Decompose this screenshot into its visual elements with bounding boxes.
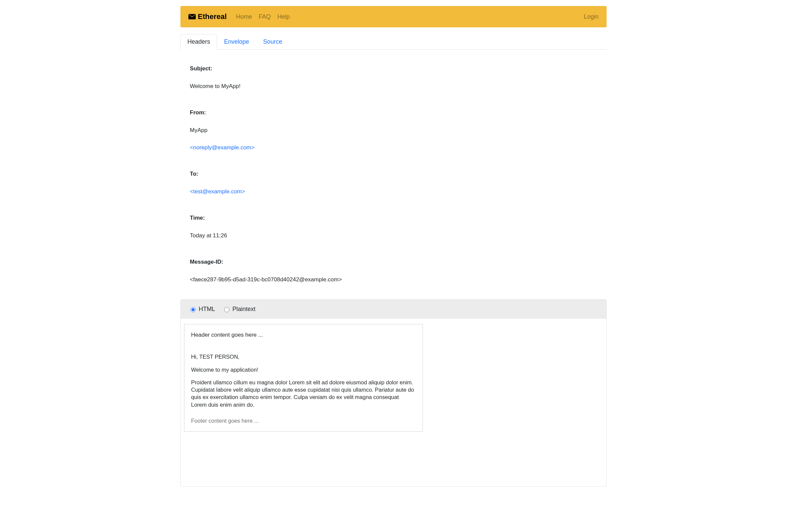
brand-link[interactable]: Ethereal (188, 12, 227, 21)
subject-label: Subject: (190, 65, 212, 72)
from-address[interactable]: <noreply@example.com> (190, 144, 254, 151)
view-html-option[interactable]: HTML (189, 306, 215, 313)
message-card: HTML Plaintext Header content goes here … (180, 299, 607, 487)
messageid-label: Message-ID: (190, 259, 223, 265)
tab-headers[interactable]: Headers (180, 34, 217, 50)
preview-footer: Footer content goes here ... (185, 416, 423, 431)
envelope-icon (188, 14, 196, 19)
tabs: Headers Envelope Source (180, 34, 607, 50)
preview-header: Header content goes here ... (185, 324, 423, 346)
preview-welcome: Welcome to my application! (191, 366, 416, 373)
message-headers: Subject: Welcome to MyApp! From: MyApp <… (180, 50, 607, 296)
to-address[interactable]: <test@example.com> (190, 189, 245, 195)
nav-faq[interactable]: FAQ (259, 13, 271, 20)
tab-envelope[interactable]: Envelope (217, 34, 256, 50)
subject-value: Welcome to MyApp! (190, 83, 240, 89)
tab-source[interactable]: Source (256, 34, 289, 50)
view-html-label: HTML (199, 306, 215, 313)
message-preview: Header content goes here ... Hi, TEST PE… (184, 324, 423, 432)
to-label: To: (190, 171, 198, 177)
nav-home[interactable]: Home (236, 13, 252, 20)
brand-text: Ethereal (198, 12, 227, 21)
time-label: Time: (190, 215, 205, 221)
view-html-radio[interactable] (190, 307, 196, 312)
messageid-value: <faece287-9b95-d5ad-319c-bc0708d40242@ex… (190, 276, 342, 283)
nav-help[interactable]: Help (277, 13, 290, 20)
navbar: Ethereal Home FAQ Help Login (180, 6, 607, 27)
view-plaintext-label: Plaintext (232, 306, 255, 313)
preview-body-text: Proident ullamco cillum eu magna dolor L… (191, 379, 416, 408)
nav-login[interactable]: Login (584, 13, 599, 20)
from-label: From: (190, 109, 206, 116)
preview-greeting: Hi, TEST PERSON, (191, 353, 416, 360)
time-value: Today at 11:26 (190, 232, 227, 239)
view-toggle: HTML Plaintext (181, 300, 606, 319)
view-plaintext-option[interactable]: Plaintext (222, 306, 255, 313)
from-name: MyApp (190, 127, 208, 133)
preview-body: Hi, TEST PERSON, Welcome to my applicati… (185, 346, 423, 416)
view-plaintext-radio[interactable] (224, 307, 230, 312)
